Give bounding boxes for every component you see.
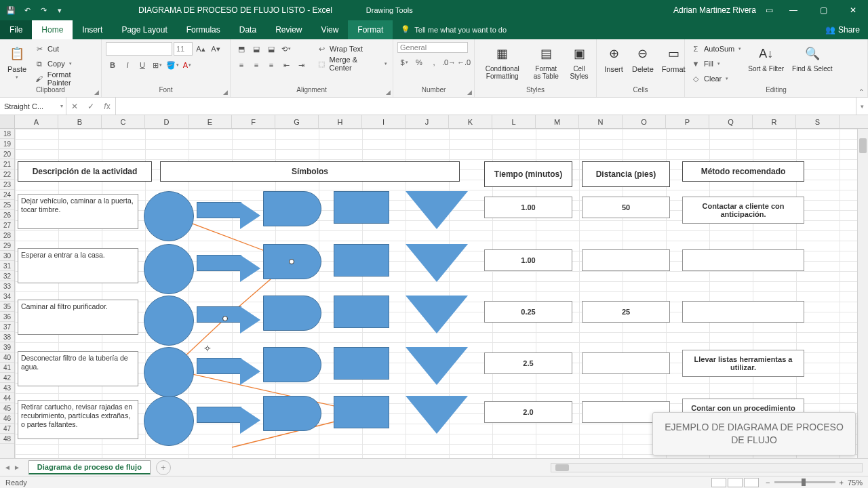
col-C[interactable]: C xyxy=(102,115,145,128)
tell-me-search[interactable]: 💡 Tell me what you want to do xyxy=(393,20,817,39)
minimize-button[interactable]: — xyxy=(778,0,808,20)
row-header[interactable]: 45 xyxy=(0,403,14,413)
decrease-font-button[interactable]: A▾ xyxy=(209,42,222,56)
delay-shape[interactable] xyxy=(263,191,321,226)
format-as-table-button[interactable]: ▤Format as Table xyxy=(528,42,564,81)
row-header[interactable]: 26 xyxy=(0,210,14,220)
col-Q[interactable]: Q xyxy=(709,115,753,128)
tab-home[interactable]: Home xyxy=(32,20,73,39)
col-L[interactable]: L xyxy=(492,115,536,128)
accounting-button[interactable]: $ xyxy=(397,56,411,69)
row-header[interactable]: 20 xyxy=(0,149,14,159)
arrow-shape[interactable] xyxy=(197,407,260,434)
italic-button[interactable]: I xyxy=(121,58,134,72)
sheet-nav-prev-icon[interactable]: ◄ xyxy=(4,464,11,471)
col-O[interactable]: O xyxy=(623,115,666,128)
align-center-button[interactable]: ≡ xyxy=(250,58,263,72)
col-I[interactable]: I xyxy=(362,115,406,128)
row-header[interactable]: 41 xyxy=(0,363,14,373)
row-header[interactable]: 21 xyxy=(0,159,14,169)
row-header[interactable]: 19 xyxy=(0,139,14,149)
formula-input[interactable] xyxy=(116,98,856,115)
row-headers[interactable]: 1819202122232425262728293031323334353637… xyxy=(0,129,15,458)
arrow-shape[interactable] xyxy=(197,255,260,282)
font-color-button[interactable]: A xyxy=(180,58,194,72)
rect-shape[interactable] xyxy=(334,191,389,224)
col-J[interactable]: J xyxy=(406,115,449,128)
number-launcher-icon[interactable]: ◢ xyxy=(467,89,472,96)
tab-review[interactable]: Review xyxy=(266,20,311,39)
row-header[interactable]: 38 xyxy=(0,332,14,342)
fill-button[interactable]: ▼Fill▾ xyxy=(689,57,743,70)
orientation-button[interactable]: ⟲ xyxy=(279,42,293,56)
qat-dropdown-icon[interactable]: ▾ xyxy=(54,5,65,16)
fx-icon[interactable]: fx xyxy=(99,102,115,111)
increase-decimal-button[interactable]: .0→ xyxy=(442,56,456,69)
new-sheet-button[interactable]: + xyxy=(156,460,171,475)
underline-button[interactable]: U xyxy=(136,58,149,72)
align-middle-button[interactable]: ⬓ xyxy=(250,42,263,56)
row-header[interactable]: 23 xyxy=(0,180,14,190)
save-icon[interactable]: 💾 xyxy=(5,5,16,16)
maximize-button[interactable]: ▢ xyxy=(808,0,838,20)
row-header[interactable]: 24 xyxy=(0,190,14,200)
paste-button[interactable]: 📋 Paste ▾ xyxy=(4,42,30,81)
bold-button[interactable]: B xyxy=(106,58,119,72)
expand-formula-bar-icon[interactable]: ▾ xyxy=(856,98,868,115)
col-A[interactable]: A xyxy=(15,115,58,128)
row-header[interactable]: 39 xyxy=(0,342,14,352)
triangle-shape[interactable] xyxy=(406,191,468,229)
circle-shape[interactable] xyxy=(144,296,194,346)
col-N[interactable]: N xyxy=(579,115,623,128)
arrow-shape[interactable] xyxy=(197,202,260,229)
decrease-decimal-button[interactable]: ←.0 xyxy=(457,56,471,69)
tab-insert[interactable]: Insert xyxy=(73,20,112,39)
arrow-shape[interactable] xyxy=(197,358,260,385)
circle-shape[interactable] xyxy=(144,191,194,241)
tab-page-layout[interactable]: Page Layout xyxy=(112,20,176,39)
row-header[interactable]: 35 xyxy=(0,302,14,312)
row-header[interactable]: 47 xyxy=(0,424,14,434)
circle-shape[interactable] xyxy=(144,244,194,294)
col-F[interactable]: F xyxy=(232,115,275,128)
align-bottom-button[interactable]: ⬓ xyxy=(264,42,278,56)
font-name-combo[interactable] xyxy=(106,42,172,56)
column-headers[interactable]: A B C D E F G H I J K L M N O P Q R S xyxy=(0,115,868,129)
merge-center-button[interactable]: ⬚Merge & Center▾ xyxy=(315,57,389,70)
col-G[interactable]: G xyxy=(275,115,319,128)
delete-cells-button[interactable]: ⊖Delete xyxy=(629,42,656,75)
select-all-corner[interactable] xyxy=(0,115,15,128)
autosum-button[interactable]: ΣAutoSum▾ xyxy=(689,42,743,56)
connector-endpoint[interactable] xyxy=(222,316,228,321)
row-header[interactable]: 43 xyxy=(0,383,14,393)
col-H[interactable]: H xyxy=(319,115,362,128)
col-P[interactable]: P xyxy=(666,115,709,128)
sort-filter-button[interactable]: A↓Sort & Filter xyxy=(745,42,787,74)
triangle-shape[interactable] xyxy=(406,244,468,282)
page-break-view-button[interactable] xyxy=(744,478,759,487)
rect-shape[interactable] xyxy=(334,347,389,380)
conditional-formatting-button[interactable]: ▦Conditional Formatting xyxy=(479,42,526,81)
rect-shape[interactable] xyxy=(334,244,389,277)
alignment-launcher-icon[interactable]: ◢ xyxy=(386,89,391,96)
zoom-level[interactable]: 75% xyxy=(848,479,863,487)
clear-button[interactable]: ◇Clear▾ xyxy=(689,72,743,85)
name-box[interactable]: Straight C...▾ xyxy=(0,98,66,115)
rect-shape[interactable] xyxy=(334,396,389,428)
triangle-shape[interactable] xyxy=(406,296,468,333)
cell-styles-button[interactable]: ▣Cell Styles xyxy=(566,42,592,81)
percent-button[interactable]: % xyxy=(412,56,426,69)
col-K[interactable]: K xyxy=(449,115,492,128)
triangle-shape[interactable] xyxy=(406,396,468,434)
zoom-slider[interactable] xyxy=(774,481,835,483)
arrow-shape[interactable] xyxy=(197,306,260,333)
row-header[interactable]: 29 xyxy=(0,241,14,251)
row-header[interactable]: 32 xyxy=(0,271,14,281)
row-header[interactable]: 33 xyxy=(0,281,14,291)
decrease-indent-button[interactable]: ⇤ xyxy=(279,58,293,72)
col-R[interactable]: R xyxy=(753,115,796,128)
clipboard-launcher-icon[interactable]: ◢ xyxy=(94,89,99,96)
circle-shape[interactable] xyxy=(144,347,194,397)
tab-view[interactable]: View xyxy=(312,20,349,39)
tab-format[interactable]: Format xyxy=(348,20,393,39)
